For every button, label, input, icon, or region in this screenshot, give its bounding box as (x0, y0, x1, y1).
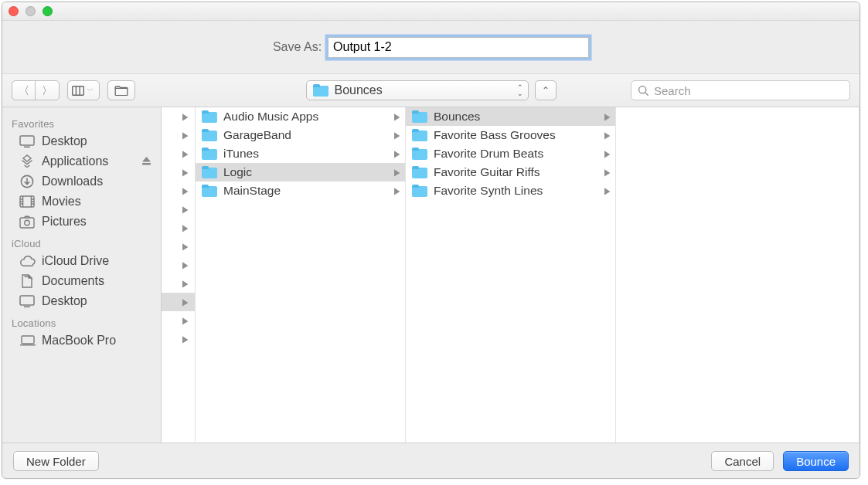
sidebar-item[interactable]: Downloads (2, 171, 161, 192)
nav-forward-button[interactable]: 〉 (36, 81, 59, 100)
list-item[interactable]: Logic▶ (196, 163, 405, 181)
sidebar-item-label: Applications (42, 154, 108, 168)
list-item[interactable]: Favorite Guitar Riffs▶ (406, 163, 615, 181)
sidebar-item[interactable]: Applications (2, 151, 161, 171)
folder-icon (412, 185, 427, 197)
search-icon (638, 85, 649, 97)
folder-icon (202, 166, 217, 178)
chevron-right-icon: ▶ (182, 315, 188, 326)
chevron-right-icon: ▶ (604, 111, 610, 122)
list-item[interactable]: Audio Music Apps▶ (196, 107, 405, 126)
list-item[interactable]: ▶ (162, 330, 195, 348)
list-item[interactable]: ▶ (162, 256, 195, 274)
chevron-right-icon: ▶ (182, 204, 188, 215)
svg-line-4 (645, 92, 648, 95)
folder-icon (412, 148, 427, 160)
list-item[interactable]: Favorite Synth Lines▶ (406, 181, 615, 200)
svg-rect-7 (142, 163, 151, 164)
chevron-right-icon: ▶ (182, 334, 188, 344)
sidebar-item[interactable]: Desktop (2, 291, 161, 311)
list-item-label: MainStage (223, 184, 281, 198)
list-item[interactable]: GarageBand▶ (196, 126, 405, 144)
cloud-icon (19, 256, 35, 267)
folder-icon (313, 84, 328, 97)
toolbar: 〈 〉 ﹀ Bounces ⌃⌄ (2, 73, 859, 107)
sidebar-item-label: Downloads (42, 175, 103, 188)
list-item[interactable]: ▶ (162, 181, 195, 200)
laptop-icon (19, 335, 35, 346)
folder-icon (202, 148, 217, 160)
list-item[interactable]: MainStage▶ (196, 181, 405, 200)
folder-icon (412, 129, 427, 141)
sidebar-item[interactable]: iCloud Drive (2, 251, 161, 271)
view-mode-dropdown[interactable]: ﹀ (67, 80, 100, 100)
chevron-down-icon: ﹀ (87, 87, 94, 94)
chevron-right-icon: ▶ (394, 167, 400, 178)
folder-icon (202, 185, 217, 197)
chevron-right-icon: ▶ (182, 185, 188, 196)
column-1: Audio Music Apps▶GarageBand▶iTunes▶Logic… (196, 107, 406, 443)
list-item[interactable]: ▶ (162, 293, 195, 311)
chevron-right-icon: ▶ (182, 241, 188, 252)
path-popup-button[interactable]: Bounces ⌃⌄ (306, 80, 529, 100)
chevron-right-icon: ▶ (604, 148, 610, 159)
sidebar-item-label: Pictures (42, 215, 87, 229)
list-item[interactable]: ▶ (162, 274, 195, 293)
path-control-wrap: Bounces ⌃⌄ ⌃ (306, 80, 557, 100)
sidebar-item[interactable]: Movies (2, 192, 161, 212)
sidebar-item[interactable]: MacBook Pro (2, 331, 161, 351)
desktop-icon (19, 295, 35, 307)
desktop-icon (19, 135, 35, 148)
zoom-window-button[interactable] (43, 6, 53, 16)
columns-view-icon (72, 86, 84, 96)
folder-icon (412, 166, 427, 178)
list-item-label: Logic (223, 165, 252, 179)
save-as-row: Save As: (2, 21, 859, 73)
group-by-button[interactable] (107, 80, 135, 100)
titlebar (2, 2, 859, 21)
eject-icon[interactable] (141, 156, 151, 166)
list-item[interactable]: ▶ (162, 107, 195, 126)
svg-rect-0 (73, 86, 84, 95)
chevron-right-icon: ▶ (182, 222, 188, 233)
column-view: ▶▶▶▶▶▶▶▶▶▶▶▶▶ Audio Music Apps▶GarageBan… (162, 107, 859, 443)
save-dialog-window: Save As: 〈 〉 ﹀ Bounces (2, 2, 860, 479)
nav-back-button[interactable]: 〈 (12, 81, 36, 100)
close-window-button[interactable] (9, 6, 19, 16)
nav-back-forward: 〈 〉 (12, 80, 60, 100)
list-item[interactable]: ▶ (162, 237, 195, 256)
footer: New Folder Cancel Bounce (2, 443, 859, 479)
sidebar-section-header: Locations (2, 311, 161, 331)
chevron-right-icon: ▶ (182, 111, 188, 122)
sidebar-item-label: iCloud Drive (42, 254, 109, 268)
chevron-right-icon: ▶ (604, 167, 610, 178)
search-input[interactable] (654, 84, 843, 97)
go-up-button[interactable]: ⌃ (535, 80, 557, 100)
save-as-input[interactable] (328, 37, 589, 58)
list-item[interactable]: Favorite Bass Grooves▶ (406, 126, 615, 144)
bounce-button[interactable]: Bounce (783, 451, 849, 471)
list-item[interactable]: Bounces▶ (406, 107, 615, 126)
chevron-right-icon: ▶ (394, 111, 400, 122)
sidebar-item[interactable]: Documents (2, 271, 161, 291)
new-folder-button[interactable]: New Folder (13, 451, 99, 471)
list-item-label: GarageBand (223, 128, 291, 142)
list-item-label: Favorite Synth Lines (434, 184, 543, 198)
cancel-button[interactable]: Cancel (711, 451, 774, 471)
sidebar-item[interactable]: Pictures (2, 212, 161, 232)
sidebar-item[interactable]: Desktop (2, 131, 161, 151)
list-item[interactable]: ▶ (162, 144, 195, 163)
list-item[interactable]: ▶ (162, 311, 195, 330)
list-item[interactable]: ▶ (162, 126, 195, 144)
list-item[interactable]: ▶ (162, 200, 195, 219)
chevron-right-icon: ▶ (394, 185, 400, 196)
chevron-right-icon: 〉 (42, 85, 53, 96)
list-item[interactable]: ▶ (162, 163, 195, 181)
list-item-label: iTunes (223, 147, 259, 161)
list-item[interactable]: Favorite Drum Beats▶ (406, 144, 615, 163)
chevron-right-icon: ▶ (182, 148, 188, 159)
list-item-label: Audio Music Apps (223, 110, 318, 124)
list-item[interactable]: iTunes▶ (196, 144, 405, 163)
list-item[interactable]: ▶ (162, 219, 195, 237)
list-item-label: Favorite Guitar Riffs (434, 165, 540, 179)
